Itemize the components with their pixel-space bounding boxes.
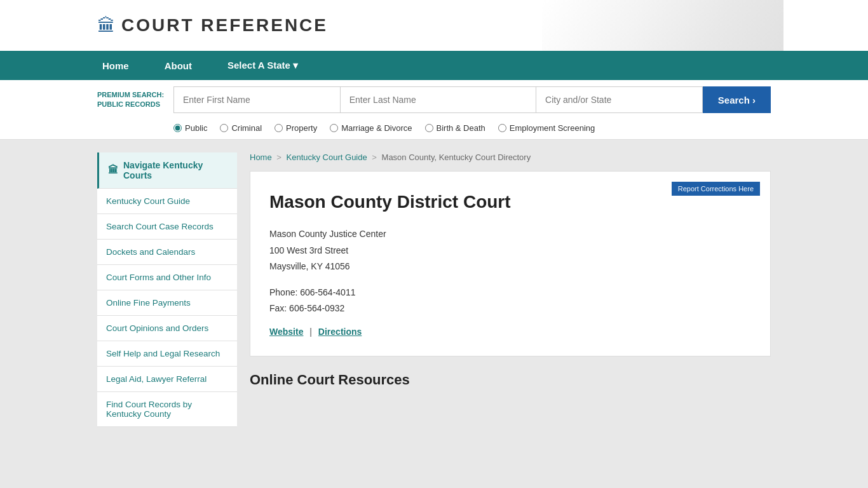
sidebar-item-dockets-calendars[interactable]: Dockets and Calendars [97,240,237,265]
radio-marriage-divorce[interactable]: Marriage & Divorce [330,123,412,133]
court-fax: Fax: 606-564-0932 [269,303,344,313]
breadcrumb: Home > Kentucky Court Guide > Mason Coun… [250,152,771,162]
radio-birth-death[interactable]: Birth & Death [425,123,485,133]
first-name-input[interactable] [173,86,340,113]
radio-property[interactable]: Property [275,123,317,133]
sidebar-icon-navigate: 🏛 [108,165,118,176]
pipe-separator: | [309,327,312,337]
sidebar-item-court-forms[interactable]: Court Forms and Other Info [97,265,237,290]
last-name-input[interactable] [340,86,536,113]
radio-row: Public Criminal Property Marriage & Divo… [85,119,783,139]
court-links: Website | Directions [269,327,751,337]
court-card: Report Corrections Here Mason County Dis… [250,171,771,356]
radio-employment[interactable]: Employment Screening [498,123,595,133]
radio-criminal[interactable]: Criminal [220,123,262,133]
radio-public[interactable]: Public [173,123,207,133]
premium-label: PREMIUM SEARCH: PUBLIC RECORDS [97,90,173,110]
address-line1: Mason County Justice Center [269,229,386,239]
directions-link[interactable]: Directions [318,327,362,337]
breadcrumb-current: Mason County, Kentucky Court Directory [382,152,531,162]
search-button[interactable]: Search › [703,86,771,113]
breadcrumb-sep-2: > [372,152,377,162]
court-contact: Phone: 606-564-4011 Fax: 606-564-0932 [269,285,751,316]
sidebar-item-kentucky-court-guide[interactable]: Kentucky Court Guide [97,189,237,214]
sidebar-item-court-opinions[interactable]: Court Opinions and Orders [97,316,237,341]
sidebar-item-legal-aid[interactable]: Legal Aid, Lawyer Referral [97,367,237,392]
sidebar-item-search-case-records[interactable]: Search Court Case Records [97,214,237,240]
breadcrumb-sep-1: > [276,152,281,162]
main-content: Home > Kentucky Court Guide > Mason Coun… [250,152,771,427]
nav-home[interactable]: Home [85,51,147,80]
sidebar-item-online-fine-payments[interactable]: Online Fine Payments [97,290,237,316]
sidebar-item-navigate-kentucky-courts[interactable]: 🏛 Navigate Kentucky Courts [97,152,237,189]
logo-icon: 🏛 [97,15,115,36]
court-address: Mason County Justice Center 100 West 3rd… [269,226,751,274]
online-resources-title: Online Court Resources [250,372,771,388]
search-bar-wrapper: PREMIUM SEARCH: PUBLIC RECORDS Search › … [0,80,868,140]
logo-text: COURT REFERENCE [121,15,328,36]
breadcrumb-home[interactable]: Home [250,152,272,162]
website-link[interactable]: Website [269,327,303,337]
nav-bar: Home About Select A State ▾ [0,51,868,80]
court-phone: Phone: 606-564-4011 [269,287,355,297]
address-line3: Maysville, KY 41056 [269,261,350,271]
report-corrections-button[interactable]: Report Corrections Here [672,182,760,196]
address-line2: 100 West 3rd Street [269,245,348,255]
sidebar-item-self-help[interactable]: Self Help and Legal Research [97,341,237,367]
header-decoration [542,0,783,51]
nav-about[interactable]: About [147,51,210,80]
sidebar-item-find-court-records[interactable]: Find Court Records by Kentucky County [97,392,237,427]
breadcrumb-guide[interactable]: Kentucky Court Guide [287,152,367,162]
nav-select-state[interactable]: Select A State ▾ [210,51,316,80]
sidebar: 🏛 Navigate Kentucky Courts Kentucky Cour… [97,152,237,427]
city-state-input[interactable] [536,86,703,113]
